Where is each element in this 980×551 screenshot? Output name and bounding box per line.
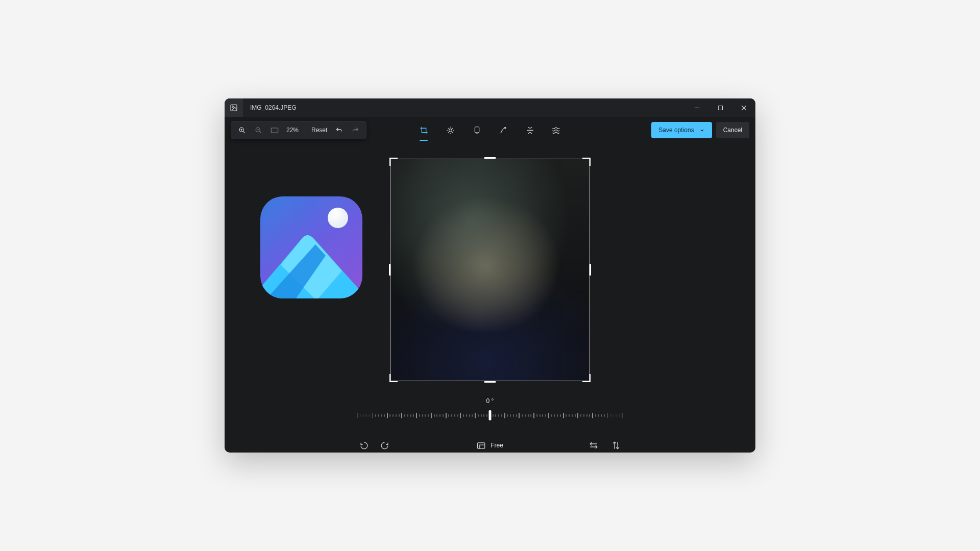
rotation-handle[interactable] — [489, 410, 492, 420]
ruler-tick — [551, 414, 552, 417]
ruler-tick — [463, 414, 464, 417]
tab-filter[interactable] — [470, 120, 484, 140]
ruler-tick — [530, 414, 531, 417]
maximize-button[interactable] — [708, 98, 732, 117]
ruler-tick — [422, 414, 423, 417]
cancel-label: Cancel — [723, 127, 742, 134]
save-options-button[interactable]: Save options — [651, 122, 712, 138]
ruler-tick — [560, 414, 561, 417]
ruler-tick — [525, 414, 526, 417]
crop-handle-top[interactable] — [484, 157, 496, 159]
rotation-ruler[interactable] — [357, 410, 623, 421]
rotate-ccw-button[interactable] — [357, 439, 371, 452]
reset-button[interactable]: Reset — [308, 127, 330, 134]
ruler-tick — [519, 413, 520, 418]
ruler-tick — [507, 414, 508, 417]
fit-to-window-button[interactable] — [267, 122, 282, 138]
ruler-tick — [384, 414, 385, 417]
ruler-tick — [533, 413, 534, 418]
ruler-tick — [404, 414, 405, 417]
ruler-tick — [513, 414, 514, 417]
crop-handle-tl[interactable] — [389, 158, 398, 166]
ruler-tick — [472, 414, 473, 417]
crop-handle-right[interactable] — [590, 264, 591, 276]
aspect-label: Free — [491, 442, 503, 449]
ruler-tick — [369, 414, 370, 417]
flip-vertical-icon — [612, 441, 620, 450]
zoom-in-icon — [238, 127, 246, 134]
photos-editor-window: IMG_0264.JPEG 22% — [225, 98, 755, 453]
ruler-tick — [419, 414, 420, 417]
svg-rect-6 — [271, 128, 278, 132]
ruler-tick — [607, 413, 608, 418]
window-controls — [685, 98, 755, 117]
ruler-tick — [366, 414, 367, 417]
minimize-icon — [694, 105, 700, 111]
ruler-tick — [434, 414, 435, 417]
zoom-in-button[interactable] — [234, 122, 250, 138]
canvas-area — [225, 143, 755, 396]
ruler-tick — [577, 413, 578, 418]
ruler-tick — [396, 414, 397, 417]
edit-mode-tabs — [416, 120, 564, 140]
undo-button[interactable] — [331, 122, 347, 138]
ruler-tick — [363, 414, 364, 417]
flip-vertical-button[interactable] — [609, 439, 623, 452]
ruler-tick — [475, 413, 476, 418]
crop-handle-br[interactable] — [582, 374, 591, 382]
image-preview[interactable] — [391, 159, 589, 381]
crop-handle-bl[interactable] — [389, 374, 398, 382]
toolbar-actions: Save options Cancel — [651, 122, 749, 138]
zoom-out-button[interactable] — [251, 122, 266, 138]
crop-handle-bottom[interactable] — [484, 381, 496, 383]
flip-horizontal-icon — [589, 442, 598, 449]
ruler-tick — [498, 414, 499, 417]
tab-markup[interactable] — [496, 120, 510, 140]
ruler-tick — [592, 413, 593, 418]
background-blur-icon — [552, 127, 561, 134]
bottom-panel: 0 ° Free — [225, 396, 755, 453]
svg-rect-0 — [231, 105, 237, 111]
minimize-button[interactable] — [685, 98, 708, 117]
ruler-tick — [436, 414, 437, 417]
rotate-cw-button[interactable] — [378, 439, 391, 452]
ruler-tick — [357, 413, 358, 418]
crop-handle-left[interactable] — [389, 264, 390, 276]
ruler-tick — [469, 414, 470, 417]
image-icon — [230, 104, 238, 112]
ruler-tick — [451, 414, 452, 417]
crop-handle-tr[interactable] — [582, 158, 591, 166]
tab-background[interactable] — [549, 120, 564, 140]
aspect-ratio-button[interactable]: Free — [477, 442, 503, 449]
editor-toolbar: 22% Reset — [225, 117, 755, 143]
ruler-tick — [601, 414, 602, 417]
cancel-button[interactable]: Cancel — [716, 122, 749, 138]
ruler-tick — [563, 413, 564, 418]
ruler-tick — [548, 413, 549, 418]
tab-adjust[interactable] — [443, 120, 457, 140]
close-button[interactable] — [732, 98, 755, 117]
flip-horizontal-button[interactable] — [587, 439, 600, 452]
app-menu-button[interactable] — [225, 98, 243, 117]
ruler-tick — [495, 414, 496, 417]
markup-icon — [499, 126, 508, 135]
svg-point-7 — [449, 129, 452, 132]
ruler-tick — [393, 414, 394, 417]
ruler-tick — [545, 414, 546, 417]
ruler-tick — [381, 414, 382, 417]
ruler-tick — [448, 414, 449, 417]
ruler-tick — [431, 413, 432, 418]
crop-frame[interactable] — [389, 158, 591, 382]
ruler-tick — [589, 414, 590, 417]
divider — [305, 124, 305, 136]
redo-button[interactable] — [348, 122, 363, 138]
svg-rect-9 — [478, 442, 485, 448]
photos-app-logo — [260, 196, 362, 298]
undo-icon — [335, 127, 343, 134]
flip-group — [587, 439, 623, 452]
tab-erase[interactable] — [523, 120, 537, 140]
file-name: IMG_0264.JPEG — [243, 98, 304, 117]
svg-point-1 — [232, 106, 234, 108]
tab-crop[interactable] — [416, 120, 431, 140]
chevron-down-icon — [699, 128, 705, 133]
